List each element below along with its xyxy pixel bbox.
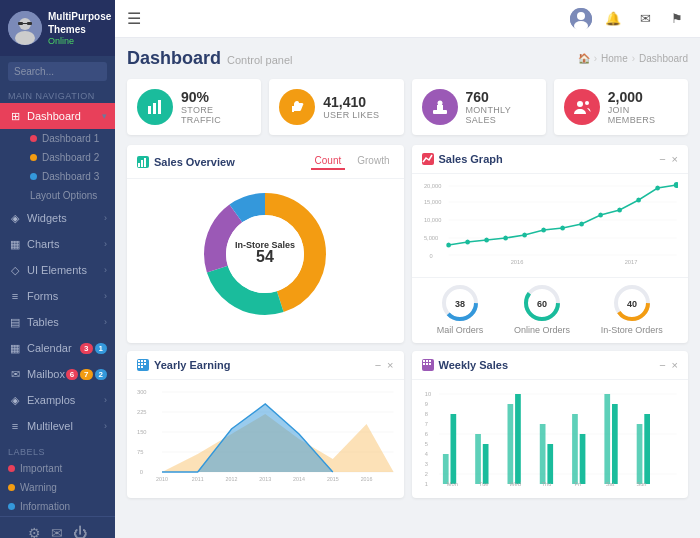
badge-2: 2 <box>95 369 107 380</box>
close-icon[interactable]: × <box>672 359 678 371</box>
sales-value: 760 <box>466 89 536 105</box>
label-warning[interactable]: Warning <box>0 478 115 497</box>
weekly-sales-title: Weekly Sales <box>422 359 509 371</box>
sidebar-item-ui[interactable]: ◇ UI Elements › <box>0 257 115 283</box>
sidebar-item-layout[interactable]: Layout Options <box>22 186 115 205</box>
weekly-sales-card: Weekly Sales − × 10 9 8 7 6 5 <box>412 351 689 498</box>
svg-text:225: 225 <box>137 409 147 415</box>
sales-graph-card: Sales Graph − × 20,000 15,000 10,000 5,0… <box>412 145 689 343</box>
members-icon <box>564 89 600 125</box>
svg-text:75: 75 <box>137 449 144 455</box>
line-chart-area: 20,000 15,000 10,000 5,000 0 2016 201 <box>412 174 689 277</box>
sidebar-item-multilevel[interactable]: ≡ Multilevel › <box>0 413 115 439</box>
svg-rect-123 <box>636 424 642 484</box>
weekly-sales-controls: − × <box>659 359 678 371</box>
svg-text:2013: 2013 <box>259 476 271 482</box>
sidebar-item-forms[interactable]: ≡ Forms › <box>0 283 115 309</box>
topbar-bell-icon[interactable]: 🔔 <box>602 8 624 30</box>
sidebar-item-tables[interactable]: ▤ Tables › <box>0 309 115 335</box>
breadcrumb-current: Dashboard <box>639 53 688 64</box>
sidebar-item-widgets[interactable]: ◈ Widgets › <box>0 205 115 231</box>
chevron-icon: › <box>104 317 107 327</box>
svg-rect-97 <box>429 363 431 365</box>
svg-text:Sun: Sun <box>636 481 646 487</box>
area-chart: 300 225 150 75 0 <box>127 380 404 491</box>
sidebar-item-dashboard3[interactable]: Dashboard 3 <box>22 167 115 186</box>
circle-stats: 38 Mail Orders 60 <box>412 277 689 343</box>
svg-text:150: 150 <box>137 429 147 435</box>
svg-text:8: 8 <box>424 411 427 417</box>
yearly-earning-title: Yearly Earning <box>137 359 230 371</box>
sidebar-item-charts[interactable]: ▦ Charts › <box>0 231 115 257</box>
sidebar-item-mailbox[interactable]: ✉ Mailbox 6 7 2 <box>0 361 115 387</box>
svg-point-16 <box>585 101 589 105</box>
svg-rect-19 <box>141 160 143 167</box>
svg-rect-117 <box>539 424 545 484</box>
svg-rect-66 <box>144 360 146 362</box>
chevron-icon: ▾ <box>102 111 107 121</box>
svg-text:300: 300 <box>137 389 147 395</box>
sidebar-item-dashboard2[interactable]: Dashboard 2 <box>22 148 115 167</box>
breadcrumb-home[interactable]: Home <box>601 53 628 64</box>
hamburger-button[interactable]: ☰ <box>127 9 141 28</box>
instore-orders-stat: 40 In-Store Orders <box>601 284 663 335</box>
tab-count[interactable]: Count <box>311 153 346 170</box>
svg-text:2012: 2012 <box>226 476 238 482</box>
svg-point-15 <box>577 101 583 107</box>
traffic-text: 90% STORE TRAFFIC <box>181 89 251 125</box>
minimize-icon[interactable]: − <box>659 359 665 371</box>
likes-icon <box>279 89 315 125</box>
svg-text:9: 9 <box>424 401 427 407</box>
topbar-user-icon[interactable] <box>570 8 592 30</box>
svg-point-47 <box>560 226 565 231</box>
sidebar-item-calendar[interactable]: ▦ Calendar 3 1 <box>0 335 115 361</box>
svg-text:Sat: Sat <box>605 481 614 487</box>
svg-text:38: 38 <box>455 299 465 309</box>
topbar-flag-icon[interactable]: ⚑ <box>666 8 688 30</box>
search-input[interactable] <box>8 62 107 81</box>
close-icon[interactable]: × <box>387 359 393 371</box>
likes-text: 41,410 USER LIKES <box>323 94 393 120</box>
svg-rect-124 <box>644 414 650 484</box>
page-header: Dashboard Control panel 🏠 › Home › Dashb… <box>127 48 688 69</box>
stat-card-members: 2,000 JOIN MEMBERS <box>554 79 688 135</box>
svg-text:7: 7 <box>424 421 427 427</box>
sales-text: 760 MONTHLY SALES <box>466 89 536 125</box>
widgets-icon: ◈ <box>8 211 22 225</box>
topbar-envelope-icon[interactable]: ✉ <box>634 8 656 30</box>
svg-text:1: 1 <box>424 481 427 487</box>
stat-card-traffic: 90% STORE TRAFFIC <box>127 79 261 135</box>
svg-rect-121 <box>604 394 610 484</box>
close-icon[interactable]: × <box>672 153 678 165</box>
avatar <box>8 11 42 45</box>
minimize-icon[interactable]: − <box>659 153 665 165</box>
sidebar-label: Widgets <box>27 212 67 224</box>
svg-text:2015: 2015 <box>327 476 339 482</box>
svg-point-2 <box>15 31 35 45</box>
svg-text:3: 3 <box>424 461 427 467</box>
svg-point-52 <box>655 186 660 191</box>
power-icon[interactable]: ⏻ <box>73 525 87 538</box>
mail-icon[interactable]: ✉ <box>51 525 63 538</box>
label-info[interactable]: Information <box>0 497 115 516</box>
tab-growth[interactable]: Growth <box>353 153 393 170</box>
charts-icon: ▦ <box>8 237 22 251</box>
instore-orders-label: In-Store Orders <box>601 325 663 335</box>
sidebar-item-dashboard1[interactable]: Dashboard 1 <box>22 129 115 148</box>
traffic-icon <box>137 89 173 125</box>
svg-text:5,000: 5,000 <box>423 235 438 241</box>
sidebar-item-examples[interactable]: ◈ Examplos › <box>0 387 115 413</box>
topbar-right: 🔔 ✉ ⚑ <box>570 8 688 30</box>
svg-text:2016: 2016 <box>361 476 373 482</box>
tables-icon: ▤ <box>8 315 22 329</box>
dashboard-submenu: Dashboard 1 Dashboard 2 Dashboard 3 Layo… <box>0 129 115 205</box>
minimize-icon[interactable]: − <box>375 359 381 371</box>
label-important[interactable]: Important <box>0 459 115 478</box>
settings-icon[interactable]: ⚙ <box>28 525 41 538</box>
svg-text:2011: 2011 <box>192 476 204 482</box>
svg-point-45 <box>522 233 527 238</box>
page-subtitle: Control panel <box>227 54 292 66</box>
mail-orders-label: Mail Orders <box>437 325 484 335</box>
sidebar-item-dashboard[interactable]: ⊞ Dashboard ▾ <box>0 103 115 129</box>
svg-text:4: 4 <box>424 451 428 457</box>
